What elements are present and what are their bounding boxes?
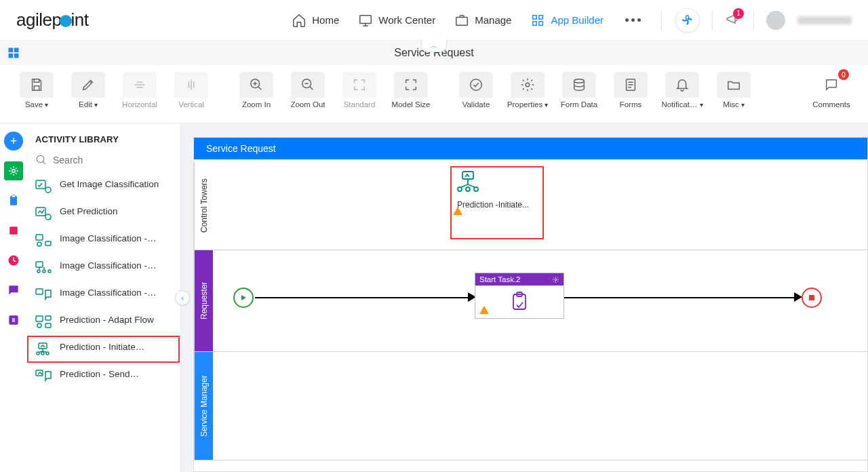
activity-icon <box>35 179 52 194</box>
home-icon <box>292 13 307 28</box>
prediction-node-icon <box>454 170 481 193</box>
sidebar-collapse-toggle[interactable]: ‹ <box>175 290 190 305</box>
svg-point-32 <box>37 270 40 273</box>
activity-get-prediction[interactable]: Get Prediction <box>27 200 180 227</box>
nav-work-center[interactable]: Work Center <box>357 9 437 32</box>
toolbar: Save▾ Edit▾ Horizontal Vertical Zoom In … <box>0 65 868 123</box>
monitor-icon <box>358 13 373 28</box>
svg-point-13 <box>526 83 530 87</box>
brand-text-a: agilep <box>16 9 61 31</box>
nav-home[interactable]: Home <box>290 9 340 32</box>
tool-zoom-in[interactable]: Zoom In <box>233 72 279 109</box>
rail-text-icon[interactable]: II <box>4 311 23 330</box>
connector-1[interactable] <box>255 297 472 298</box>
gear-icon <box>520 77 535 92</box>
svg-rect-0 <box>360 15 372 23</box>
play-icon <box>239 294 248 302</box>
comment-icon <box>824 77 839 92</box>
comments-badge: 0 <box>838 69 849 80</box>
header-collapse-toggle[interactable]: ︿ <box>421 40 447 52</box>
pinwheel-button[interactable] <box>675 8 700 33</box>
svg-rect-1 <box>456 17 468 25</box>
activity-label: Prediction - Initiate… <box>60 341 144 353</box>
process-canvas[interactable]: Service Request Control Towers Predictio… <box>193 137 868 472</box>
svg-point-38 <box>37 323 41 328</box>
tool-vertical: Vertical <box>168 72 214 109</box>
activity-prediction-initiate[interactable]: Prediction - Initiate… <box>27 336 180 363</box>
activity-label: Image Classification -… <box>60 287 157 299</box>
clipboard-check-icon <box>508 292 531 312</box>
brand-text-b: int <box>71 9 88 31</box>
activity-icon <box>35 342 52 357</box>
tool-notifications[interactable]: Notificat…▾ <box>659 72 705 109</box>
activity-icon <box>35 206 52 221</box>
lane-body[interactable]: Start Task.2 <box>213 250 867 351</box>
svg-rect-3 <box>539 15 543 19</box>
tool-properties-label: Properties <box>507 100 542 109</box>
search-input[interactable] <box>53 155 172 165</box>
node-prediction-initiate[interactable]: Prediction -Initiate... <box>454 170 540 214</box>
activity-prediction-adapt-flow[interactable]: Prediction - Adapt Flow <box>27 309 180 336</box>
activity-prediction-send[interactable]: Prediction - Send… <box>27 363 180 390</box>
chevron-down-icon: ▾ <box>741 101 745 109</box>
rail-chat-icon[interactable] <box>4 281 23 300</box>
nav-more[interactable] <box>621 14 645 26</box>
tool-zoom-out[interactable]: Zoom Out <box>285 72 331 109</box>
tool-model-size[interactable]: Model Size <box>388 72 434 109</box>
activity-image-classification-3[interactable]: Image Classification -… <box>27 281 180 309</box>
activity-image-classification-2[interactable]: Image Classification -… <box>27 254 180 281</box>
swimlanes: Control Towers Prediction -Initiate... <box>194 162 867 471</box>
warning-icon <box>479 306 489 314</box>
lane-body[interactable] <box>213 352 867 460</box>
svg-point-33 <box>43 270 45 273</box>
header-right: 1 <box>675 8 852 33</box>
tool-form-data[interactable]: Form Data <box>556 72 602 109</box>
nav-manage[interactable]: Manage <box>453 9 513 32</box>
activity-get-image-classification[interactable]: Get Image Classification <box>27 173 180 200</box>
start-node[interactable] <box>233 288 254 308</box>
add-activity-button[interactable]: + <box>4 132 23 151</box>
svg-rect-18 <box>12 195 16 197</box>
activity-icon <box>35 315 52 330</box>
nav-app-builder[interactable]: App Builder <box>529 9 605 32</box>
nav-app-builder-label: App Builder <box>551 14 604 26</box>
zoom-in-icon <box>249 77 264 92</box>
rail-clipboard-icon[interactable] <box>4 191 23 210</box>
lane-label-control-towers: Control Towers <box>194 162 213 250</box>
tool-edit[interactable]: Edit▾ <box>65 72 111 109</box>
fit-standard-icon <box>352 77 367 92</box>
tool-comments[interactable]: 0 Comments <box>808 72 854 109</box>
announcements-button[interactable]: 1 <box>725 11 741 30</box>
bell-icon <box>675 77 690 92</box>
tool-vertical-label: Vertical <box>178 100 204 109</box>
activity-icon <box>35 288 52 302</box>
svg-rect-2 <box>533 15 537 19</box>
user-avatar[interactable] <box>766 11 785 30</box>
rail-doc-icon[interactable] <box>4 221 23 240</box>
align-vertical-icon <box>184 77 199 92</box>
activity-label: Image Classification -… <box>60 260 157 272</box>
activity-image-classification-1[interactable]: Image Classification -… <box>27 227 180 254</box>
end-node[interactable] <box>802 288 822 308</box>
lane-body[interactable]: Prediction -Initiate... <box>213 162 867 250</box>
gear-icon[interactable] <box>552 276 559 283</box>
svg-rect-36 <box>36 316 43 321</box>
chevron-down-icon: ▾ <box>94 101 98 109</box>
tool-properties[interactable]: Properties▾ <box>505 72 551 109</box>
svg-rect-7 <box>14 48 19 53</box>
connector-2[interactable] <box>564 297 798 298</box>
tool-validate[interactable]: Validate <box>453 72 499 109</box>
tool-misc[interactable]: Misc▾ <box>711 72 757 109</box>
rail-ai-icon[interactable] <box>4 161 23 180</box>
folder-icon <box>726 77 741 92</box>
tool-forms[interactable]: Forms <box>608 72 654 109</box>
main-nav: Home Work Center Manage App Builder <box>290 9 662 32</box>
view-switch[interactable] <box>7 46 20 62</box>
nav-home-label: Home <box>312 14 339 26</box>
sidebar-title: ACTIVITY LIBRARY <box>27 123 180 154</box>
rail-chart-icon[interactable] <box>4 251 23 270</box>
top-header: agilep int Home Work Center Manage App B… <box>0 0 868 41</box>
tool-save[interactable]: Save▾ <box>14 72 60 109</box>
task-start-task-2[interactable]: Start Task.2 <box>475 273 564 319</box>
svg-rect-6 <box>9 48 14 53</box>
